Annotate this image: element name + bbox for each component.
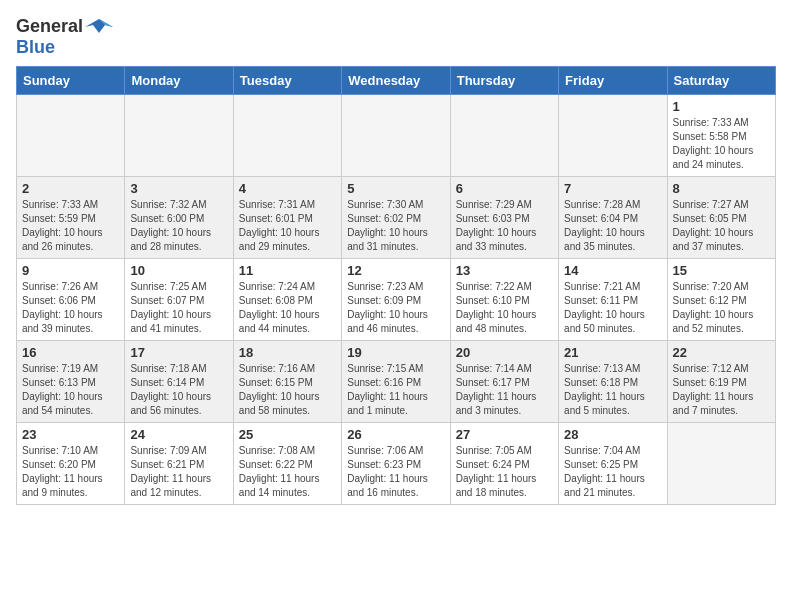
calendar-day-cell: 5Sunrise: 7:30 AM Sunset: 6:02 PM Daylig… xyxy=(342,177,450,259)
day-info: Sunrise: 7:05 AM Sunset: 6:24 PM Dayligh… xyxy=(456,445,537,498)
logo-general-text: General xyxy=(16,16,83,37)
weekday-header-sunday: Sunday xyxy=(17,67,125,95)
calendar-day-cell: 26Sunrise: 7:06 AM Sunset: 6:23 PM Dayli… xyxy=(342,423,450,505)
day-number: 11 xyxy=(239,263,336,278)
day-info: Sunrise: 7:04 AM Sunset: 6:25 PM Dayligh… xyxy=(564,445,645,498)
calendar-week-row: 9Sunrise: 7:26 AM Sunset: 6:06 PM Daylig… xyxy=(17,259,776,341)
day-info: Sunrise: 7:06 AM Sunset: 6:23 PM Dayligh… xyxy=(347,445,428,498)
day-number: 10 xyxy=(130,263,227,278)
day-number: 20 xyxy=(456,345,553,360)
day-info: Sunrise: 7:33 AM Sunset: 5:59 PM Dayligh… xyxy=(22,199,103,252)
calendar-week-row: 2Sunrise: 7:33 AM Sunset: 5:59 PM Daylig… xyxy=(17,177,776,259)
weekday-header-tuesday: Tuesday xyxy=(233,67,341,95)
calendar-day-cell: 7Sunrise: 7:28 AM Sunset: 6:04 PM Daylig… xyxy=(559,177,667,259)
day-number: 19 xyxy=(347,345,444,360)
day-number: 24 xyxy=(130,427,227,442)
day-number: 5 xyxy=(347,181,444,196)
day-number: 25 xyxy=(239,427,336,442)
calendar-day-cell: 24Sunrise: 7:09 AM Sunset: 6:21 PM Dayli… xyxy=(125,423,233,505)
calendar-day-cell: 12Sunrise: 7:23 AM Sunset: 6:09 PM Dayli… xyxy=(342,259,450,341)
day-number: 13 xyxy=(456,263,553,278)
svg-marker-0 xyxy=(85,19,113,33)
calendar-day-cell: 23Sunrise: 7:10 AM Sunset: 6:20 PM Dayli… xyxy=(17,423,125,505)
day-number: 17 xyxy=(130,345,227,360)
calendar-day-cell: 14Sunrise: 7:21 AM Sunset: 6:11 PM Dayli… xyxy=(559,259,667,341)
calendar-day-cell xyxy=(559,95,667,177)
day-number: 6 xyxy=(456,181,553,196)
day-number: 27 xyxy=(456,427,553,442)
day-info: Sunrise: 7:22 AM Sunset: 6:10 PM Dayligh… xyxy=(456,281,537,334)
calendar-day-cell: 9Sunrise: 7:26 AM Sunset: 6:06 PM Daylig… xyxy=(17,259,125,341)
day-number: 7 xyxy=(564,181,661,196)
day-info: Sunrise: 7:08 AM Sunset: 6:22 PM Dayligh… xyxy=(239,445,320,498)
day-info: Sunrise: 7:18 AM Sunset: 6:14 PM Dayligh… xyxy=(130,363,211,416)
calendar-day-cell: 13Sunrise: 7:22 AM Sunset: 6:10 PM Dayli… xyxy=(450,259,558,341)
day-number: 3 xyxy=(130,181,227,196)
calendar-day-cell: 21Sunrise: 7:13 AM Sunset: 6:18 PM Dayli… xyxy=(559,341,667,423)
day-info: Sunrise: 7:30 AM Sunset: 6:02 PM Dayligh… xyxy=(347,199,428,252)
day-info: Sunrise: 7:16 AM Sunset: 6:15 PM Dayligh… xyxy=(239,363,320,416)
calendar-day-cell: 19Sunrise: 7:15 AM Sunset: 6:16 PM Dayli… xyxy=(342,341,450,423)
day-number: 18 xyxy=(239,345,336,360)
day-info: Sunrise: 7:19 AM Sunset: 6:13 PM Dayligh… xyxy=(22,363,103,416)
day-info: Sunrise: 7:25 AM Sunset: 6:07 PM Dayligh… xyxy=(130,281,211,334)
calendar-day-cell: 15Sunrise: 7:20 AM Sunset: 6:12 PM Dayli… xyxy=(667,259,775,341)
day-info: Sunrise: 7:15 AM Sunset: 6:16 PM Dayligh… xyxy=(347,363,428,416)
logo-bird-icon xyxy=(85,17,113,35)
calendar-day-cell: 11Sunrise: 7:24 AM Sunset: 6:08 PM Dayli… xyxy=(233,259,341,341)
day-number: 21 xyxy=(564,345,661,360)
calendar-day-cell: 22Sunrise: 7:12 AM Sunset: 6:19 PM Dayli… xyxy=(667,341,775,423)
calendar-day-cell xyxy=(450,95,558,177)
calendar-day-cell: 16Sunrise: 7:19 AM Sunset: 6:13 PM Dayli… xyxy=(17,341,125,423)
day-number: 14 xyxy=(564,263,661,278)
calendar-day-cell: 20Sunrise: 7:14 AM Sunset: 6:17 PM Dayli… xyxy=(450,341,558,423)
day-number: 1 xyxy=(673,99,770,114)
day-info: Sunrise: 7:26 AM Sunset: 6:06 PM Dayligh… xyxy=(22,281,103,334)
logo-blue-text: Blue xyxy=(16,37,55,57)
weekday-header-saturday: Saturday xyxy=(667,67,775,95)
day-info: Sunrise: 7:20 AM Sunset: 6:12 PM Dayligh… xyxy=(673,281,754,334)
logo: General Blue xyxy=(16,16,113,58)
page-header: General Blue xyxy=(16,16,776,58)
calendar-week-row: 23Sunrise: 7:10 AM Sunset: 6:20 PM Dayli… xyxy=(17,423,776,505)
calendar-day-cell: 8Sunrise: 7:27 AM Sunset: 6:05 PM Daylig… xyxy=(667,177,775,259)
calendar-day-cell: 27Sunrise: 7:05 AM Sunset: 6:24 PM Dayli… xyxy=(450,423,558,505)
calendar-day-cell xyxy=(667,423,775,505)
day-number: 23 xyxy=(22,427,119,442)
calendar-day-cell: 25Sunrise: 7:08 AM Sunset: 6:22 PM Dayli… xyxy=(233,423,341,505)
weekday-header-monday: Monday xyxy=(125,67,233,95)
day-info: Sunrise: 7:23 AM Sunset: 6:09 PM Dayligh… xyxy=(347,281,428,334)
calendar-day-cell: 4Sunrise: 7:31 AM Sunset: 6:01 PM Daylig… xyxy=(233,177,341,259)
day-info: Sunrise: 7:31 AM Sunset: 6:01 PM Dayligh… xyxy=(239,199,320,252)
calendar-day-cell xyxy=(125,95,233,177)
day-info: Sunrise: 7:14 AM Sunset: 6:17 PM Dayligh… xyxy=(456,363,537,416)
weekday-header-friday: Friday xyxy=(559,67,667,95)
day-number: 12 xyxy=(347,263,444,278)
calendar-day-cell: 17Sunrise: 7:18 AM Sunset: 6:14 PM Dayli… xyxy=(125,341,233,423)
calendar-table: SundayMondayTuesdayWednesdayThursdayFrid… xyxy=(16,66,776,505)
day-number: 15 xyxy=(673,263,770,278)
day-info: Sunrise: 7:10 AM Sunset: 6:20 PM Dayligh… xyxy=(22,445,103,498)
day-info: Sunrise: 7:32 AM Sunset: 6:00 PM Dayligh… xyxy=(130,199,211,252)
day-number: 16 xyxy=(22,345,119,360)
weekday-header-thursday: Thursday xyxy=(450,67,558,95)
day-info: Sunrise: 7:12 AM Sunset: 6:19 PM Dayligh… xyxy=(673,363,754,416)
calendar-day-cell: 2Sunrise: 7:33 AM Sunset: 5:59 PM Daylig… xyxy=(17,177,125,259)
calendar-day-cell xyxy=(342,95,450,177)
day-info: Sunrise: 7:28 AM Sunset: 6:04 PM Dayligh… xyxy=(564,199,645,252)
day-info: Sunrise: 7:33 AM Sunset: 5:58 PM Dayligh… xyxy=(673,117,754,170)
calendar-day-cell: 28Sunrise: 7:04 AM Sunset: 6:25 PM Dayli… xyxy=(559,423,667,505)
calendar-day-cell xyxy=(17,95,125,177)
day-info: Sunrise: 7:27 AM Sunset: 6:05 PM Dayligh… xyxy=(673,199,754,252)
calendar-day-cell: 1Sunrise: 7:33 AM Sunset: 5:58 PM Daylig… xyxy=(667,95,775,177)
day-number: 28 xyxy=(564,427,661,442)
day-info: Sunrise: 7:09 AM Sunset: 6:21 PM Dayligh… xyxy=(130,445,211,498)
day-number: 26 xyxy=(347,427,444,442)
day-number: 4 xyxy=(239,181,336,196)
weekday-header-row: SundayMondayTuesdayWednesdayThursdayFrid… xyxy=(17,67,776,95)
day-info: Sunrise: 7:21 AM Sunset: 6:11 PM Dayligh… xyxy=(564,281,645,334)
calendar-day-cell: 18Sunrise: 7:16 AM Sunset: 6:15 PM Dayli… xyxy=(233,341,341,423)
day-info: Sunrise: 7:24 AM Sunset: 6:08 PM Dayligh… xyxy=(239,281,320,334)
day-info: Sunrise: 7:13 AM Sunset: 6:18 PM Dayligh… xyxy=(564,363,645,416)
day-info: Sunrise: 7:29 AM Sunset: 6:03 PM Dayligh… xyxy=(456,199,537,252)
